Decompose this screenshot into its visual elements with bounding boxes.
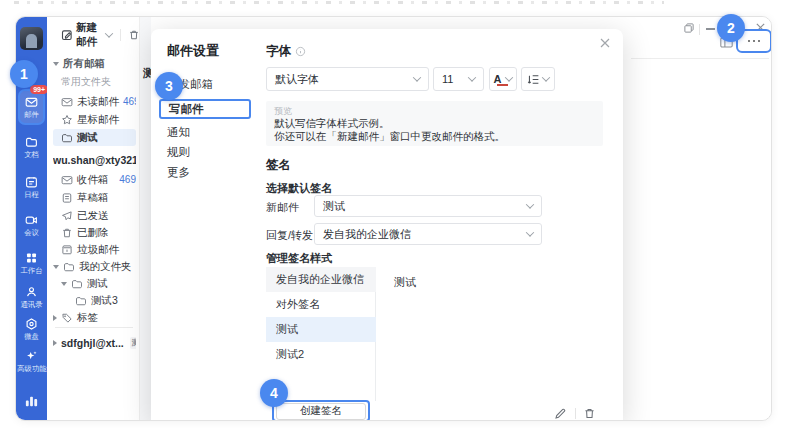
- folder-unread[interactable]: 未读邮件 469: [53, 93, 136, 110]
- folder-label: 标签: [77, 311, 98, 325]
- rail-item-label: 工作台: [17, 266, 46, 275]
- edit-signature-icon[interactable]: [554, 407, 567, 420]
- mail-toolbar: 新建邮件: [47, 25, 140, 45]
- action-divider: [575, 408, 576, 419]
- font-color-button[interactable]: A: [489, 67, 517, 91]
- compose-icon: [61, 29, 73, 41]
- chevron-down-icon: [61, 282, 67, 286]
- folder-label: 收件箱: [77, 173, 109, 187]
- rail-item-meeting[interactable]: 会议: [16, 213, 47, 238]
- rail-item-workbench[interactable]: 工作台: [16, 251, 47, 276]
- folder-inbox[interactable]: 收件箱 469: [53, 171, 136, 188]
- chevron-down-icon: [105, 29, 113, 37]
- create-signature-button[interactable]: 创建签名: [276, 403, 366, 420]
- window-restore-button[interactable]: [683, 22, 695, 34]
- rail-item-label: 日程: [17, 190, 46, 199]
- folder-label: 测试: [87, 277, 108, 291]
- list-header: 测试: [143, 66, 151, 81]
- rail-item-label: 通讯录: [17, 300, 46, 309]
- line-spacing-icon: [527, 73, 540, 86]
- modal-title: 邮件设置: [167, 42, 219, 60]
- trash-icon[interactable]: [128, 29, 140, 41]
- docs-icon: [16, 135, 47, 150]
- workbench-icon: [16, 251, 47, 266]
- folder-test-selected[interactable]: 测试: [53, 129, 136, 146]
- rail-item-calendar[interactable]: 日程: [16, 175, 47, 200]
- line-spacing-button[interactable]: [521, 67, 555, 91]
- content-divider: [631, 58, 769, 59]
- reply-signature-select[interactable]: 发自我的企业微信: [314, 223, 542, 245]
- font-heading-label: 字体: [266, 43, 291, 60]
- folder-sent[interactable]: 已发送: [53, 207, 136, 224]
- signature-item-test2[interactable]: 测试2: [266, 342, 376, 367]
- font-size-select[interactable]: 11: [433, 67, 484, 91]
- font-family-select[interactable]: 默认字体: [266, 67, 429, 91]
- font-size-value: 11: [442, 73, 453, 85]
- font-section-heading: 字体: [266, 43, 306, 60]
- new-mail-label: 新邮件: [266, 200, 299, 215]
- user-avatar[interactable]: [20, 27, 43, 50]
- folder-drafts[interactable]: 草稿箱: [53, 189, 136, 206]
- folder-deleted[interactable]: 已删除: [53, 224, 136, 241]
- folder-junk[interactable]: 垃圾邮件: [53, 241, 136, 258]
- mail-icon: [20, 95, 43, 110]
- calendar-icon: [16, 175, 47, 190]
- modal-close-icon[interactable]: [599, 37, 611, 49]
- folder-label: 测试3: [91, 294, 118, 308]
- rail-item-mail[interactable]: 邮件 99+: [18, 89, 45, 125]
- reply-signature-value: 发自我的企业微信: [323, 227, 411, 242]
- preview-line2: 你还可以在「新建邮件」窗口中更改邮件的格式。: [274, 130, 505, 144]
- panel-divider: [55, 327, 133, 328]
- folder-sub-test3[interactable]: 测试3: [53, 292, 136, 309]
- window-minimize-button[interactable]: [706, 28, 715, 30]
- font-family-value: 默认字体: [275, 72, 319, 87]
- app-window: 邮件 99+ 文档 日程 会议 工作台 通讯录: [15, 16, 772, 421]
- signature-item-wecom[interactable]: 发自我的企业微信: [266, 267, 376, 292]
- rail-item-drive[interactable]: 微盘: [16, 317, 47, 342]
- font-preview-box: 预览 默认写信字体样式示例。 你还可以在「新建邮件」窗口中更改邮件的格式。: [266, 101, 603, 146]
- screenshot-root: 邮件 99+ 文档 日程 会议 工作台 通讯录: [0, 0, 787, 445]
- rail-item-docs[interactable]: 文档: [16, 135, 47, 160]
- rail-item-contacts[interactable]: 通讯录: [16, 285, 47, 310]
- cropped-text-artifact: [14, 1, 664, 4]
- chevron-down-icon: [526, 228, 534, 236]
- stats-icon[interactable]: [24, 393, 39, 408]
- signature-heading-label: 签名: [266, 157, 291, 174]
- rail-item-advanced[interactable]: 高级功能: [16, 349, 47, 374]
- signature-item-test-selected[interactable]: 测试: [266, 317, 376, 342]
- section-common-folders: 常用文件夹: [53, 73, 136, 90]
- folder-all-mail[interactable]: 所有邮箱: [53, 55, 136, 72]
- choose-default-signature-heading: 选择默认签名: [266, 181, 332, 196]
- signature-item-external[interactable]: 对外签名: [266, 292, 376, 317]
- settings-menu-notifications[interactable]: 通知: [167, 125, 190, 140]
- chevron-down-icon: [505, 73, 513, 81]
- folder-label: 草稿箱: [77, 191, 109, 205]
- folder-my-folders[interactable]: 我的文件夹: [53, 258, 136, 275]
- chevron-down-icon: [413, 73, 421, 81]
- unread-badge: 99+: [30, 85, 48, 94]
- settings-menu-more[interactable]: 更多: [167, 165, 190, 180]
- new-mail-signature-select[interactable]: 测试: [314, 195, 542, 217]
- rail-item-label: 微盘: [17, 332, 46, 341]
- account2-header[interactable]: sdfghjl@xt... 测试111: [53, 334, 136, 351]
- settings-menu-rules[interactable]: 规则: [167, 145, 190, 160]
- folder-tags[interactable]: 标签: [53, 309, 136, 326]
- more-icon: [748, 40, 751, 43]
- folder-icon: [75, 295, 87, 307]
- settings-menu-compose[interactable]: 写邮件: [159, 99, 251, 119]
- folder-label: 未读邮件: [77, 95, 119, 109]
- folder-label: 星标邮件: [77, 113, 119, 127]
- folder-starred[interactable]: 星标邮件: [53, 111, 136, 128]
- unread-count: 469: [123, 96, 136, 107]
- folder-sub-test[interactable]: 测试: [53, 275, 136, 292]
- rail-item-label: 文档: [17, 150, 46, 159]
- compose-button[interactable]: 新建邮件: [61, 21, 112, 49]
- chevron-down-icon: [468, 73, 476, 81]
- delete-signature-icon[interactable]: [583, 407, 596, 420]
- tag-icon: [61, 312, 73, 324]
- account-label: wu.shan@xty321....: [53, 154, 136, 166]
- step-1-badge: 1: [10, 60, 38, 88]
- account-header[interactable]: wu.shan@xty321....: [53, 151, 136, 168]
- create-signature-highlight: 创建签名: [272, 400, 370, 421]
- step-3-badge: 3: [155, 72, 183, 100]
